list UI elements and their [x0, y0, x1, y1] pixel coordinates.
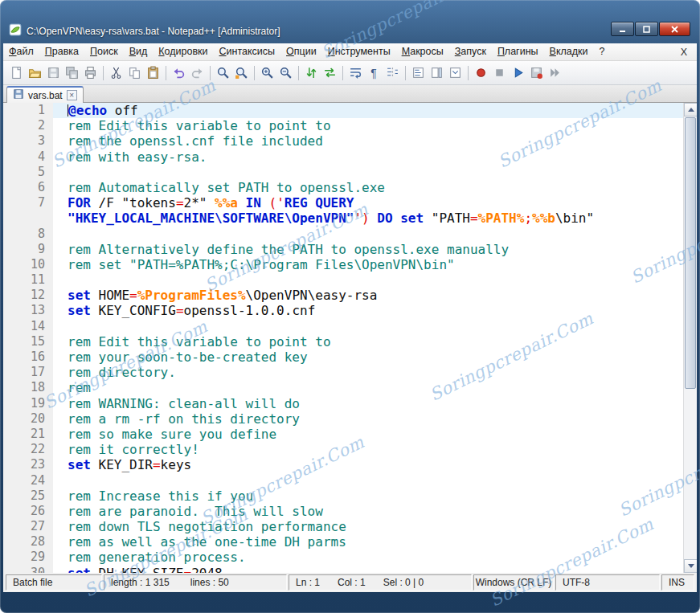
print-icon[interactable] [82, 64, 99, 81]
scroll-up-arrow-icon[interactable] [684, 103, 697, 116]
code-text[interactable]: rem a rm -rf on this directory [53, 411, 683, 427]
code-text[interactable]: rem Edit this variable to point to [53, 118, 683, 133]
code-text[interactable]: rem as well as the one-time DH parms [53, 534, 683, 550]
menu-item-settings[interactable]: Опции [280, 43, 322, 60]
title-bar[interactable]: C:\OpenVPN\easy-rsa\vars.bat - Notepad++… [0, 0, 700, 43]
menu-item-file[interactable]: Файл [3, 43, 39, 60]
copy-icon[interactable] [126, 64, 143, 81]
code-line[interactable]: 16rem your soon-to-be-created key [3, 349, 683, 365]
code-text[interactable]: rem generation process. [53, 550, 683, 565]
code-viewport[interactable]: 1@echo off2rem Edit this variable to poi… [3, 103, 683, 573]
code-line[interactable]: 3rem the openssl.cnf file included [3, 133, 683, 149]
code-line[interactable]: 9rem Alternatively define the PATH to op… [3, 242, 683, 257]
code-text[interactable] [53, 165, 683, 180]
word-wrap-icon[interactable] [347, 64, 364, 81]
new-file-icon[interactable] [8, 64, 25, 81]
code-line[interactable]: 6rem Automatically set PATH to openssl.e… [3, 180, 683, 195]
play-macro-icon[interactable] [510, 64, 526, 81]
code-text[interactable]: rem [53, 380, 683, 395]
code-text[interactable]: @echo off [53, 103, 683, 118]
code-text[interactable]: rem WARNING: clean-all will do [53, 396, 683, 411]
code-line[interactable]: 1@echo off [3, 103, 683, 118]
code-text[interactable] [53, 319, 683, 334]
code-line[interactable]: 30set DH_KEY_SIZE=2048 [3, 566, 683, 573]
replace-icon[interactable] [233, 64, 250, 81]
scroll-down-arrow-icon[interactable] [684, 559, 697, 573]
minimize-button[interactable] [611, 22, 634, 36]
undo-icon[interactable] [170, 64, 187, 81]
code-line[interactable]: 2rem Edit this variable to point to [3, 118, 683, 133]
code-line[interactable]: 17rem directory. [3, 365, 683, 380]
cut-icon[interactable] [108, 64, 125, 81]
function-list-icon[interactable] [410, 64, 427, 81]
scrollbar-thumb[interactable] [685, 117, 696, 389]
sync-horizontal-icon[interactable] [321, 64, 338, 81]
code-text[interactable]: "HKEY_LOCAL_MACHINE\SOFTWARE\OpenVPN"') … [53, 210, 683, 226]
code-line[interactable]: 24 [3, 473, 683, 488]
code-text[interactable]: rem are paranoid. This will slow [53, 504, 683, 519]
code-text[interactable]: set DH_KEY_SIZE=2048 [53, 566, 683, 573]
code-line[interactable]: 14 [3, 319, 683, 334]
code-line[interactable]: 13set KEY_CONFIG=openssl-1.0.0.cnf [3, 303, 683, 318]
stop-macro-icon[interactable] [491, 64, 508, 81]
code-line[interactable]: 7FOR /F "tokens=2*" %%a IN ('REG QUERY [3, 195, 683, 210]
indent-guide-icon[interactable] [384, 64, 401, 81]
document-switcher-icon[interactable] [447, 64, 464, 81]
menu-item-tools[interactable]: Инструменты [322, 43, 396, 60]
code-text[interactable]: rem set "PATH=%PATH%;C:\Program Files\Op… [53, 257, 683, 272]
record-macro-icon[interactable] [473, 64, 489, 81]
text-editor[interactable]: 1@echo off2rem Edit this variable to poi… [3, 103, 697, 573]
code-line[interactable]: 27rem down TLS negotiation performance [3, 519, 683, 534]
menu-item-view[interactable]: Вид [124, 43, 154, 60]
code-text[interactable]: set KEY_CONFIG=openssl-1.0.0.cnf [53, 303, 683, 318]
code-text[interactable] [53, 473, 683, 488]
code-line[interactable]: 5 [3, 165, 683, 180]
code-line[interactable]: 29rem generation process. [3, 550, 683, 565]
code-text[interactable]: rem directory. [53, 365, 683, 380]
tab-close-icon[interactable]: × [67, 90, 77, 100]
code-line[interactable]: 23set KEY_DIR=keys [3, 457, 683, 472]
code-line[interactable]: 20rem a rm -rf on this directory [3, 411, 683, 427]
code-line[interactable]: 12set HOME=%ProgramFiles%\OpenVPN\easy-r… [3, 288, 683, 303]
menu-item-language[interactable]: Синтаксисы [214, 43, 281, 60]
zoom-out-icon[interactable] [277, 64, 294, 81]
document-map-icon[interactable] [428, 64, 445, 81]
menu-item-help[interactable]: ? [594, 43, 611, 60]
code-line[interactable]: 22rem it correctly! [3, 442, 683, 457]
save-icon[interactable] [45, 64, 62, 81]
code-line[interactable]: 8 [3, 227, 683, 242]
show-all-characters-icon[interactable]: ¶ [366, 64, 383, 81]
open-file-icon[interactable] [27, 64, 43, 81]
menu-item-plugins[interactable]: Плагины [492, 43, 544, 60]
zoom-in-icon[interactable] [259, 64, 276, 81]
code-line[interactable]: 25rem Increase this if you [3, 488, 683, 504]
menu-item-encoding[interactable]: Кодировки [153, 43, 213, 60]
code-text[interactable]: set KEY_DIR=keys [53, 457, 683, 472]
sync-vertical-icon[interactable] [303, 64, 320, 81]
code-text[interactable]: rem Increase this if you [53, 488, 683, 504]
code-text[interactable] [53, 272, 683, 288]
code-text[interactable]: rem your soon-to-be-created key [53, 349, 683, 365]
code-line[interactable]: 15rem Edit this variable to point to [3, 334, 683, 349]
code-line[interactable]: "HKEY_LOCAL_MACHINE\SOFTWARE\OpenVPN"') … [3, 210, 683, 226]
maximize-button[interactable] [635, 22, 658, 36]
code-line[interactable]: 11 [3, 272, 683, 288]
code-text[interactable]: rem so make sure you define [53, 427, 683, 442]
code-line[interactable]: 21rem so make sure you define [3, 427, 683, 442]
save-all-icon[interactable] [63, 64, 80, 81]
menubar-close-button[interactable]: X [671, 47, 697, 58]
menu-item-run[interactable]: Запуск [449, 43, 492, 60]
code-text[interactable]: rem Alternatively define the PATH to ope… [53, 242, 683, 257]
code-line[interactable]: 10rem set "PATH=%PATH%;C:\Program Files\… [3, 257, 683, 272]
code-text[interactable]: rem with easy-rsa. [53, 149, 683, 165]
code-text[interactable]: rem it correctly! [53, 442, 683, 457]
vertical-scrollbar[interactable] [683, 103, 697, 573]
code-text[interactable] [53, 227, 683, 242]
code-line[interactable]: 18rem [3, 380, 683, 395]
code-text[interactable]: rem the openssl.cnf file included [53, 133, 683, 149]
menu-item-macro[interactable]: Макросы [396, 43, 449, 60]
code-line[interactable]: 28rem as well as the one-time DH parms [3, 534, 683, 550]
code-text[interactable]: rem down TLS negotiation performance [53, 519, 683, 534]
find-icon[interactable] [215, 64, 231, 81]
close-button[interactable] [659, 22, 690, 36]
